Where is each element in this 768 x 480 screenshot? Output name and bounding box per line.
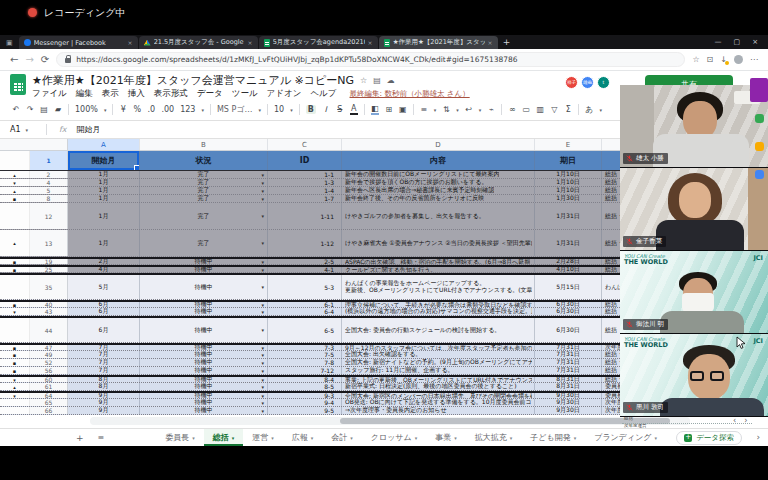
borders-button[interactable]: ⊞ [385, 105, 393, 114]
cell-status[interactable]: 完了 ▾ [140, 230, 268, 256]
row-group-marker[interactable]: ▪ [0, 351, 30, 358]
favorite-icon[interactable]: ☆ [692, 55, 699, 64]
cell-id[interactable]: 9-4 [268, 399, 342, 406]
cell-id[interactable]: 7-8 [268, 359, 342, 366]
cell-status[interactable]: 完了 ▾ [140, 203, 268, 229]
cell-month[interactable]: 1月 [68, 187, 140, 194]
sheet-tab[interactable]: 子ども開発 ▾ [521, 429, 585, 446]
participant-tile[interactable]: YOU CAN Create THE WORLD JCI [620, 85, 768, 168]
decrease-decimals-icon[interactable]: .0 [147, 105, 155, 114]
cell-status[interactable]: 待機中 ▾ [140, 399, 268, 406]
dropdown-arrow-icon[interactable]: ▾ [261, 360, 264, 366]
explore-button[interactable]: データ探索 [676, 431, 742, 445]
row-number[interactable]: 2 [30, 171, 68, 178]
paint-format-icon[interactable]: ▰ [54, 105, 62, 114]
header-cell-status[interactable]: 状況 [140, 151, 268, 170]
cell-id[interactable]: 1-11 [268, 203, 342, 229]
cell-status[interactable]: 完了 ▾ [140, 171, 268, 178]
sheet-tab[interactable]: 拡大拡充 ▾ [466, 429, 522, 446]
row-number[interactable]: 13 [30, 230, 68, 256]
number-format-menu[interactable]: 123 [180, 105, 195, 114]
cell-id[interactable]: 8-4 [268, 377, 342, 382]
row-group-marker[interactable]: ▪ [0, 302, 30, 307]
collapse-panel-icon[interactable]: › [756, 432, 760, 442]
dropdown-arrow-icon[interactable]: ▾ [261, 400, 264, 406]
sheet-tab-menu-icon[interactable]: ▾ [232, 435, 235, 441]
cell-month[interactable]: 8月 [68, 383, 140, 390]
cell-content[interactable]: 全国大会: 新宿区のメンバーの日本組出場先、及びその開閉会会場を確認、手土産の手… [342, 393, 535, 398]
cell-month[interactable]: 1月 [68, 171, 140, 178]
cell-content[interactable]: けやき麻雀大会 ①委員会アナウンス ②当日の委員長挨拶 ＜望田先輩に相談＞ [342, 230, 535, 256]
avatar[interactable]: 雄義 [581, 76, 594, 89]
lock-icon[interactable] [65, 58, 71, 63]
row-number[interactable]: 12 [30, 203, 68, 229]
close-button[interactable]: × [752, 38, 758, 46]
cell-month[interactable]: 9月 [68, 399, 140, 406]
dropdown-arrow-icon[interactable]: ▾ [261, 172, 264, 178]
row-number[interactable]: 25 [30, 267, 68, 272]
cell-content[interactable]: クールビズに関する告知を行う。 [342, 267, 535, 272]
cell-content[interactable]: (横浜以外の遠方地の場合のみ対応)サマコンの視察交通手段を決定。原則は現地集合と… [342, 308, 535, 315]
row-number[interactable]: 61 [30, 383, 68, 390]
sheet-tab-menu-icon[interactable]: ▾ [655, 435, 658, 441]
downloads-icon[interactable]: ↓ [720, 55, 727, 64]
cell-status[interactable]: 待機中 ▾ [140, 275, 268, 299]
print-icon[interactable]: ▤ [40, 105, 48, 114]
italic-button[interactable]: I [322, 105, 330, 114]
cell-id[interactable]: 7-5 [268, 351, 342, 358]
row-number[interactable]: 1 [30, 151, 68, 170]
cell-content[interactable]: 新年会へ区長出席の場合⇒秘書課長に来賓予定時刻確認 [342, 187, 535, 194]
cell-due[interactable]: 1月31日 [535, 203, 602, 229]
sheet-tab-menu-icon[interactable]: ▾ [454, 435, 457, 441]
formula-input[interactable]: 開始月 [77, 124, 101, 135]
cell-status[interactable]: 待機中 ▾ [140, 318, 268, 342]
font-size-select[interactable]: 10 [274, 105, 284, 114]
cell-content[interactable]: ⇒次年度理事・委員長内定のお知らせ [342, 407, 535, 414]
cell-due[interactable]: 9月30日 [535, 399, 602, 406]
header-cell-month[interactable]: 開始月 [68, 151, 140, 170]
reload-button[interactable]: ⟳ [41, 54, 49, 65]
row-number[interactable]: 19 [30, 259, 68, 264]
cell-due[interactable]: 8月31日 [535, 377, 602, 382]
header-cell-due[interactable]: 期日 [535, 151, 602, 170]
cell-content[interactable]: 新年会で挨拶を頂くOBの方に挨拶のお願いをする。 [342, 179, 535, 186]
cell-month[interactable]: 1月 [68, 195, 140, 202]
move-folder-icon[interactable]: ▤ [373, 76, 381, 85]
cell-due[interactable]: 6月30日 [535, 318, 602, 342]
row-number[interactable]: 60 [30, 377, 68, 382]
cell-month[interactable]: 7月 [68, 367, 140, 374]
row-number[interactable]: 5 [30, 187, 68, 194]
cell-content[interactable]: 全国大会: 出欠確認をする。 [342, 351, 535, 358]
row-number[interactable]: 64 [30, 393, 68, 398]
cell-content[interactable]: 9月～12月のスタッフ会については、次年度スタッフ予定者も参加の段取りをする。 [342, 345, 535, 350]
font-family-select[interactable]: MS Pゴ… [217, 104, 253, 115]
tab-close-icon[interactable]: × [248, 39, 253, 46]
browser-tab[interactable]: Messenger | Facebook × [19, 36, 138, 49]
collections-icon[interactable]: ⊡ [707, 55, 714, 64]
functions-button[interactable]: Σ [564, 105, 572, 114]
sheet-tab-menu-icon[interactable]: ▾ [271, 435, 274, 441]
cell-content[interactable]: 新宿卒業式: 日程決定(原則、最後の地区委員会の後とすること) [342, 383, 535, 390]
undo-icon[interactable]: ↶ [12, 105, 20, 114]
cell-status[interactable]: 待機中 ▾ [140, 367, 268, 374]
cell-id[interactable]: 9-5 [268, 407, 342, 414]
cell-status[interactable]: 待機中 ▾ [140, 393, 268, 398]
cell-status[interactable]: 待機中 ▾ [140, 259, 268, 264]
cell-id[interactable]: 7-3 [268, 345, 342, 350]
sheet-tab-menu-icon[interactable]: ▾ [510, 435, 513, 441]
row-number[interactable]: 8 [30, 195, 68, 202]
more-menu-icon[interactable]: ⋯ [750, 55, 758, 64]
row-number[interactable]: 43 [30, 308, 68, 315]
row-group-marker[interactable]: ▪ [0, 267, 30, 272]
sheet-tab[interactable]: 運営 ▾ [243, 429, 283, 446]
cell-id[interactable]: 1-1 [268, 171, 342, 178]
add-sheet-button[interactable]: + [76, 433, 84, 443]
cell-id[interactable]: 6-1 [268, 302, 342, 307]
merge-cells-button[interactable]: ▣ [399, 105, 407, 114]
sheet-tab-menu-icon[interactable]: ▾ [415, 435, 418, 441]
cell-content[interactable]: 理事立候補について、手続きが必要な場合は書類受取日などを確認する。 [342, 302, 535, 307]
percent-format-icon[interactable]: % [133, 105, 141, 114]
cell-id[interactable]: 1-7 [268, 195, 342, 202]
name-box[interactable]: A1 ▾ [0, 125, 46, 134]
star-icon[interactable]: ☆ [360, 76, 367, 85]
